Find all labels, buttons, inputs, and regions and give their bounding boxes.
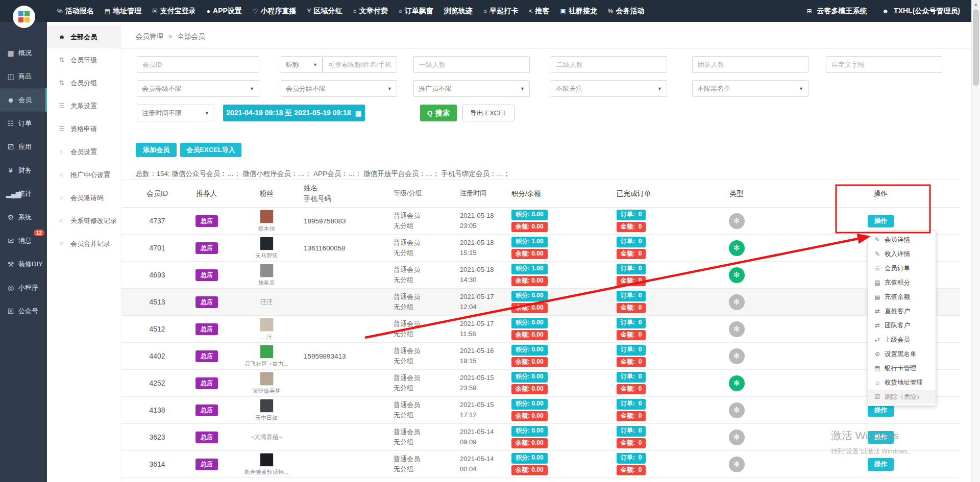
- referrer-badge: 总店: [195, 296, 218, 308]
- topnav-item[interactable]: %会务活动: [608, 7, 645, 16]
- excel-import-button[interactable]: 会员EXCEL导入: [180, 143, 241, 157]
- sidebar-item[interactable]: ✉消息12: [0, 229, 47, 252]
- sidebar-item[interactable]: ◫商品: [0, 65, 47, 88]
- action-menu-item[interactable]: ▤充值余额: [868, 290, 936, 304]
- topnav-item[interactable]: ☒支付宝登录: [152, 7, 196, 16]
- system-switcher[interactable]: ⊞云客多模王系统: [806, 7, 867, 16]
- member-group-select[interactable]: 会员分组不限▼: [281, 80, 397, 97]
- sidebar-item[interactable]: ☷订单: [0, 112, 47, 135]
- row-action-button[interactable]: 操作: [868, 458, 894, 471]
- topnav-item[interactable]: 浏览轨迹: [444, 7, 473, 16]
- sidebar-item[interactable]: ☒公众号: [0, 299, 47, 323]
- keyword-search-input[interactable]: [323, 56, 397, 73]
- submenu-item[interactable]: ☰关系设置: [47, 94, 121, 117]
- action-menu-item[interactable]: ⇄团队客户: [868, 318, 936, 333]
- circle-o-icon: ○: [58, 194, 66, 201]
- promoter-select[interactable]: 推广员不限▼: [413, 80, 530, 97]
- submenu-item[interactable]: ☰资格申请: [47, 117, 121, 140]
- add-member-button[interactable]: 添加会员: [136, 143, 177, 157]
- submenu-item[interactable]: ○会员合并记录: [47, 232, 121, 255]
- action-menu-item[interactable]: ✎收入详情: [868, 247, 936, 261]
- register-date: 2021-05-15: [460, 400, 511, 410]
- fan-cell: ~大湾养殖~: [236, 433, 297, 442]
- submenu-item[interactable]: ○会员设置: [47, 140, 121, 163]
- action-menu-item[interactable]: ▤银行卡管理: [868, 361, 936, 375]
- wechat-type-icon: ✻: [729, 375, 745, 391]
- register-time-cell: 2021-05-1619:15: [450, 346, 511, 366]
- action-menu-item[interactable]: ⊘设置黑名单: [868, 347, 936, 361]
- sidebar-item[interactable]: ⚙系统: [0, 206, 47, 229]
- topnav-item-label: 浏览轨迹: [444, 7, 473, 16]
- level1-count-input[interactable]: [413, 56, 530, 73]
- logo[interactable]: [13, 6, 35, 28]
- member-level-select[interactable]: 会员等级不限▼: [137, 80, 259, 97]
- circle-icon: ○: [353, 8, 357, 15]
- action-menu-item[interactable]: ⇄直推客户: [868, 304, 936, 318]
- row-action-button[interactable]: 操作: [868, 215, 894, 227]
- topnav-item[interactable]: ○文章付费: [353, 7, 388, 16]
- scrollbar-thumb[interactable]: [973, 9, 979, 86]
- primary-sidebar: ▦概况◫商品☻会员☷订单⚂应用¥财务▂▄▆统计⚙系统✉消息12⚒装修DIY◎小程…: [0, 22, 47, 482]
- orders-cell: 订单: 0金额: 0: [614, 372, 703, 394]
- topnav-item[interactable]: ▤地址管理: [105, 7, 141, 16]
- chevron-down-icon: ▼: [205, 111, 209, 116]
- action-menu-item[interactable]: ☒删除（危险）: [868, 390, 936, 404]
- date-range-picker[interactable]: 2021-04-19 09:18 至 2021-05-19 09:18▦: [223, 105, 365, 121]
- member-group: 无分组: [394, 410, 450, 420]
- orders-badge: 订单: 0: [617, 453, 646, 464]
- topnav-item[interactable]: ♡小程序直播: [253, 7, 297, 16]
- sidebar-item[interactable]: ☻会员: [0, 88, 47, 112]
- topnav-item[interactable]: ●APP设置: [207, 7, 242, 16]
- topnav-item-label: 会务活动: [616, 7, 644, 16]
- topnav-item[interactable]: ▣社群接龙: [560, 7, 597, 16]
- sidebar-item[interactable]: ▂▄▆统计: [0, 182, 47, 206]
- sidebar-item[interactable]: ▦概况: [0, 41, 47, 65]
- account-menu[interactable]: ☻TXHL(公众号管理员): [882, 7, 960, 16]
- sidebar-item-label: 统计: [18, 189, 32, 198]
- custom-field-input[interactable]: [826, 56, 942, 73]
- fan-nickname: 郑本佳: [258, 225, 275, 233]
- submenu-item[interactable]: ☻全部会员: [47, 26, 121, 48]
- submenu-item[interactable]: ⇅会员等级: [47, 48, 121, 71]
- type-cell: ✻: [703, 321, 770, 337]
- nickname-type-select[interactable]: 昵称▼: [281, 56, 323, 73]
- action-menu-item-label: 充值积分: [885, 278, 910, 287]
- topnav-item-label: 支付宝登录: [160, 7, 196, 16]
- action-menu-item[interactable]: ⌂收货地址管理: [868, 375, 936, 390]
- column-header: 姓名 手机号码: [297, 183, 381, 204]
- type-cell: ✻: [703, 294, 770, 310]
- blacklist-select[interactable]: 不限黑名单▼: [692, 80, 808, 97]
- register-time-select[interactable]: 注册时间不限▼: [137, 105, 214, 121]
- search-button[interactable]: Q搜索: [420, 105, 457, 121]
- action-menu-item[interactable]: ✎会员详情: [868, 233, 936, 247]
- scrollbar-up-arrow-icon[interactable]: ▲: [972, 0, 980, 9]
- follow-select[interactable]: 不限关注▼: [551, 80, 667, 97]
- export-excel-button[interactable]: 导出 EXCEL: [462, 105, 514, 121]
- action-menu-item[interactable]: ▤充值积分: [868, 275, 936, 290]
- submenu-item[interactable]: ○推广中心设置: [47, 163, 121, 186]
- sidebar-item[interactable]: ⚒装修DIY: [0, 252, 47, 276]
- topnav-item[interactable]: Υ区域分红: [307, 7, 342, 16]
- submenu-item[interactable]: ⇅会员分组: [47, 71, 121, 94]
- sidebar-item[interactable]: ◎小程序: [0, 276, 47, 299]
- submenu-item[interactable]: ○会员邀请码: [47, 186, 121, 209]
- row-action-button[interactable]: 操作: [868, 431, 894, 444]
- action-menu-item[interactable]: ⇄上级会员: [868, 333, 936, 347]
- topnav-item[interactable]: <推客: [529, 7, 549, 16]
- type-cell: ✻: [703, 456, 770, 472]
- level2-count-input[interactable]: [551, 56, 667, 73]
- submenu-item[interactable]: ○关系链修改记录: [47, 209, 121, 232]
- topnav-item[interactable]: ○早起打卡: [483, 7, 518, 16]
- sidebar-item[interactable]: ⚂应用: [0, 135, 47, 159]
- message-icon: ✉: [6, 237, 15, 245]
- topnav-item[interactable]: %活动报名: [57, 7, 94, 16]
- table-row: 4138总店天中日如普通会员无分组2021-05-1517:12积分: 0.00…: [121, 397, 960, 424]
- member-id-input[interactable]: [137, 56, 259, 73]
- topnav-item[interactable]: ○订单飘窗: [399, 7, 433, 16]
- amount-badge: 金额: 0: [617, 249, 646, 260]
- vertical-scrollbar[interactable]: ▲: [971, 0, 980, 482]
- team-count-input[interactable]: [692, 56, 808, 73]
- breadcrumb-section[interactable]: 会员管理: [136, 32, 163, 41]
- sidebar-item[interactable]: ¥财务: [0, 159, 47, 182]
- action-menu-item[interactable]: ☰会员订单: [868, 261, 936, 275]
